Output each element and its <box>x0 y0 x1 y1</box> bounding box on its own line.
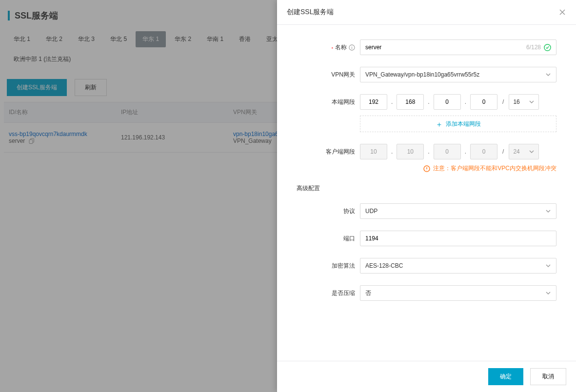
slash: / <box>502 148 504 155</box>
ok-button[interactable]: 确定 <box>488 368 523 385</box>
advanced-section-title: 高级配置 <box>297 184 556 193</box>
port-input[interactable] <box>365 232 551 245</box>
encryption-value: AES-128-CBC <box>365 262 545 269</box>
port-row: 端口 <box>297 231 556 246</box>
client-mask-value: 24 <box>513 148 519 155</box>
local-subnet-row: 本端网段 . . . / 16 ＋ <box>297 94 556 132</box>
add-local-subnet-label: 添加本端网段 <box>446 120 481 128</box>
local-octet-1[interactable] <box>360 94 387 110</box>
local-mask-select[interactable]: 16 <box>509 94 539 110</box>
chevron-down-icon <box>545 290 551 296</box>
client-octet-3[interactable] <box>434 144 461 159</box>
encryption-select[interactable]: AES-128-CBC <box>360 258 556 274</box>
protocol-label: 协议 <box>297 203 355 216</box>
vpn-select-value: VPN_Gateway/vpn-bp18in10ga65vrrw55r5z <box>365 71 545 78</box>
client-ip-row: . . . / 24 <box>360 144 556 159</box>
client-mask-select[interactable]: 24 <box>509 144 539 159</box>
protocol-value: UDP <box>365 208 545 215</box>
client-subnet-label: 客户端网段 <box>297 144 355 156</box>
info-icon[interactable] <box>349 44 355 51</box>
warning-icon <box>423 165 430 172</box>
local-subnet-label: 本端网段 <box>297 94 355 106</box>
name-char-count: 6/128 <box>526 44 541 51</box>
add-local-subnet-button[interactable]: ＋ 添加本端网段 <box>360 116 556 132</box>
compress-label: 是否压缩 <box>297 285 355 297</box>
client-octet-1[interactable] <box>360 144 387 159</box>
client-warning-text: 注意：客户端网段不能和VPC内交换机网段冲突 <box>433 164 556 173</box>
client-octet-4[interactable] <box>470 144 497 159</box>
local-octet-4[interactable] <box>470 94 497 110</box>
validation-ok-icon <box>544 44 551 51</box>
vpn-label: VPN网关 <box>297 67 355 79</box>
local-octet-2[interactable] <box>397 94 424 110</box>
slash: / <box>502 98 504 105</box>
protocol-select[interactable]: UDP <box>360 203 556 219</box>
protocol-row: 协议 UDP <box>297 203 556 219</box>
svg-point-8 <box>427 170 427 170</box>
compress-select[interactable]: 否 <box>360 285 556 301</box>
local-mask-value: 16 <box>513 98 519 105</box>
drawer-title: 创建SSL服务端 <box>287 8 334 17</box>
dot: . <box>428 148 429 155</box>
chevron-down-icon <box>529 149 535 155</box>
name-row: ● 名称 6/128 <box>297 39 556 55</box>
svg-point-4 <box>352 46 352 46</box>
chevron-down-icon <box>545 208 551 214</box>
dot: . <box>391 148 393 155</box>
drawer-header: 创建SSL服务端 <box>277 0 576 25</box>
vpn-row: VPN网关 VPN_Gateway/vpn-bp18in10ga65vrrw55… <box>297 67 556 82</box>
compress-value: 否 <box>365 289 545 297</box>
local-octet-3[interactable] <box>434 94 461 110</box>
client-subnet-row: 客户端网段 . . . / 24 <box>297 144 556 173</box>
client-subnet-warning: 注意：客户端网段不能和VPC内交换机网段冲突 <box>360 164 556 173</box>
chevron-down-icon <box>529 99 535 105</box>
drawer-body: ● 名称 6/128 VPN网关 VPN <box>277 25 576 361</box>
client-octet-2[interactable] <box>397 144 424 159</box>
encryption-row: 加密算法 AES-128-CBC <box>297 258 556 274</box>
port-label: 端口 <box>297 231 355 243</box>
plus-icon: ＋ <box>436 120 443 128</box>
drawer-footer: 确定 取消 <box>277 361 576 392</box>
dot: . <box>465 148 466 155</box>
cancel-button[interactable]: 取消 <box>530 368 566 385</box>
vpn-select[interactable]: VPN_Gateway/vpn-bp18in10ga65vrrw55r5z <box>360 67 556 82</box>
compress-row: 是否压缩 否 <box>297 285 556 301</box>
port-input-wrap <box>360 231 556 246</box>
required-indicator: ● <box>331 46 333 49</box>
dot: . <box>465 98 466 105</box>
chevron-down-icon <box>545 263 551 269</box>
dot: . <box>428 98 429 105</box>
dot: . <box>391 98 393 105</box>
local-ip-row: . . . / 16 <box>360 94 556 110</box>
close-icon[interactable] <box>558 8 566 16</box>
chevron-down-icon <box>545 72 551 78</box>
name-label: ● 名称 <box>297 39 355 52</box>
name-input[interactable] <box>365 40 526 54</box>
create-ssl-drawer: 创建SSL服务端 ● 名称 6/128 <box>277 0 576 392</box>
encryption-label: 加密算法 <box>297 258 355 270</box>
name-input-wrap: 6/128 <box>360 39 556 55</box>
name-label-text: 名称 <box>335 43 347 52</box>
